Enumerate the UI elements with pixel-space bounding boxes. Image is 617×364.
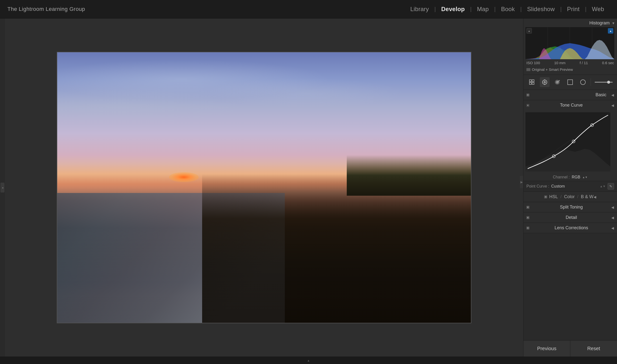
nav-map[interactable]: Map	[472, 6, 494, 13]
point-curve-row: Point Curve : Custom ▲▼ ✎	[523, 181, 617, 192]
app-title: The Lightroom Learning Group	[7, 6, 85, 12]
basic-panel-header[interactable]: ■ Basic ◀	[523, 90, 617, 100]
lens-corrections-section: ■ Lens Corrections ◀	[523, 223, 617, 233]
photo-image	[57, 52, 471, 323]
sun-glow	[169, 172, 199, 182]
right-panel: Histogram ▼ ▲ ▲	[523, 19, 617, 357]
expand-arrow-icon: ▶	[521, 180, 523, 184]
point-curve-value: Custom	[551, 184, 598, 189]
radial-filter-icon	[580, 79, 586, 85]
main-layout: ◂ Histogram ▼ ▲	[0, 19, 617, 357]
svg-rect-15	[568, 80, 573, 85]
svg-point-16	[580, 80, 585, 85]
hsl-sep1: /	[560, 194, 561, 199]
crop-icon	[529, 79, 535, 85]
svg-rect-5	[529, 82, 531, 84]
spot-heal-icon	[541, 79, 548, 85]
svg-rect-7	[532, 82, 534, 84]
graduated-filter-tool[interactable]	[565, 77, 575, 87]
nav-develop[interactable]: Develop	[436, 6, 470, 13]
tone-slider-tool[interactable]	[594, 77, 614, 87]
split-toning-toggle[interactable]: ■	[526, 206, 529, 209]
tone-curve-toggle[interactable]: ■	[526, 104, 529, 107]
redeye-tool[interactable]	[552, 77, 562, 87]
hsl-label[interactable]: HSL	[549, 194, 558, 199]
lens-corrections-label: Lens Corrections	[531, 225, 611, 230]
filmstrip-expand-button[interactable]: ▲	[307, 359, 310, 362]
graduated-filter-icon	[567, 79, 573, 85]
detail-toggle[interactable]: ■	[526, 216, 529, 219]
tone-curve-arrow: ◀	[611, 103, 614, 107]
histogram-chart	[525, 27, 614, 59]
basic-panel-section: ■ Basic ◀	[523, 90, 617, 100]
lens-corrections-header[interactable]: ■ Lens Corrections ◀	[523, 223, 617, 233]
spot-heal-tool[interactable]	[540, 77, 550, 87]
hsl-labels: HSL / Color / B & W	[549, 194, 593, 199]
color-label[interactable]: Color	[564, 194, 575, 199]
clipping-highlights-button[interactable]: ▲	[608, 28, 613, 34]
split-toning-label: Split Toning	[531, 205, 611, 210]
bw-label[interactable]: B & W	[581, 194, 594, 199]
exif-shutter: 0.6 sec	[602, 61, 614, 65]
lens-corrections-arrow: ◀	[611, 226, 614, 230]
svg-point-9	[544, 81, 545, 83]
detail-label: Detail	[531, 215, 611, 220]
tone-curve-label: Tone Curve	[531, 103, 611, 108]
rocks-layer	[202, 174, 471, 323]
hsl-panel-header[interactable]: ■ HSL / Color / B & W ◀	[523, 192, 617, 202]
exif-aperture: f / 11	[580, 61, 588, 65]
channel-value: RGB	[572, 175, 580, 179]
exif-info: ISO 100 10 mm f / 11 0.6 sec	[525, 59, 615, 66]
smart-preview-icon	[526, 68, 530, 71]
clipping-shadows-button[interactable]: ▲	[526, 28, 532, 34]
nav-web[interactable]: Web	[586, 6, 610, 13]
basic-panel-label: Basic	[531, 92, 611, 97]
exif-iso: ISO 100	[526, 61, 540, 65]
split-toning-header[interactable]: ■ Split Toning ◀	[523, 202, 617, 212]
hsl-panel-toggle[interactable]: ■	[544, 195, 547, 198]
tool-separator	[591, 78, 591, 86]
smart-preview-bar: Original + Smart Preview	[525, 66, 615, 73]
bottom-bar: ▲	[0, 357, 617, 364]
split-toning-arrow: ◀	[611, 205, 614, 209]
tone-curve-section: ■ Tone Curve ◀	[523, 100, 617, 192]
bottom-buttons: Previous Reset	[523, 340, 617, 357]
svg-point-18	[607, 81, 610, 84]
redeye-icon	[554, 79, 560, 85]
nav-book[interactable]: Book	[496, 6, 520, 13]
basic-panel-arrow: ◀	[611, 93, 614, 97]
crop-tool[interactable]	[527, 77, 537, 87]
histogram-dropdown-icon[interactable]: ▼	[612, 21, 615, 25]
svg-rect-6	[532, 80, 534, 82]
point-curve-dropdown-icon[interactable]: ▲▼	[600, 185, 606, 188]
nav-print[interactable]: Print	[562, 6, 585, 13]
point-curve-label: Point Curve :	[526, 184, 549, 189]
left-panel: ◂	[0, 19, 5, 357]
reset-button[interactable]: Reset	[570, 341, 617, 357]
detail-arrow: ◀	[611, 216, 614, 220]
tool-icons-row	[523, 75, 617, 90]
channel-row: Channel : RGB ▲▼	[523, 173, 617, 181]
top-bar: The Lightroom Learning Group Library | D…	[0, 0, 617, 19]
tone-curve-header[interactable]: ■ Tone Curve ◀	[523, 100, 617, 110]
histogram-canvas: ▲ ▲	[525, 27, 614, 59]
detail-header[interactable]: ■ Detail ◀	[523, 212, 617, 223]
nav-slideshow[interactable]: Slideshow	[522, 6, 560, 13]
histogram-section: Histogram ▼ ▲ ▲	[523, 19, 617, 75]
hsl-panel-arrow: ◀	[594, 195, 596, 199]
basic-panel-toggle[interactable]: ■	[526, 94, 529, 96]
nav-library[interactable]: Library	[405, 6, 434, 13]
lens-corrections-toggle[interactable]: ■	[526, 227, 529, 230]
hsl-panel-section: ■ HSL / Color / B & W ◀	[523, 192, 617, 202]
point-curve-edit-button[interactable]: ✎	[608, 183, 614, 190]
channel-dropdown-icon[interactable]: ▲▼	[582, 176, 588, 179]
previous-button[interactable]: Previous	[523, 341, 570, 357]
left-expand-button[interactable]: ◂	[0, 183, 4, 192]
tone-curve-canvas[interactable]	[525, 112, 610, 172]
split-toning-section: ■ Split Toning ◀	[523, 202, 617, 212]
right-panel-expand-handle[interactable]: ▶	[520, 176, 523, 188]
radial-filter-tool[interactable]	[578, 77, 588, 87]
histogram-header: Histogram ▼	[525, 20, 615, 26]
svg-rect-4	[529, 80, 531, 82]
nav-menu: Library | Develop | Map | Book | Slidesh…	[405, 6, 610, 13]
